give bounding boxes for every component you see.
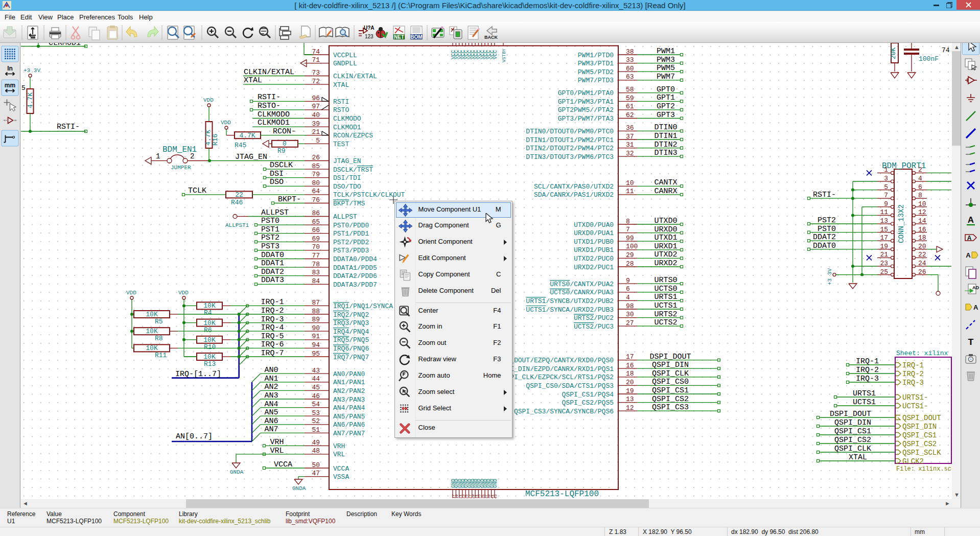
svg-text:91: 91 [312,333,320,340]
svg-text:25: 25 [880,268,888,276]
svg-text:9: 9 [884,200,888,208]
svg-text:IRQ-[1..7]: IRQ-[1..7] [175,370,221,379]
svg-text:AN0/PAN0: AN0/PAN0 [333,370,365,378]
svg-text:2: 2 [918,166,922,174]
svg-text:DSI: DSI [270,170,284,178]
svg-text:PWM1/PTD0: PWM1/PTD0 [578,52,614,59]
svg-text:83: 83 [312,269,320,276]
svg-text:10K: 10K [203,302,216,310]
svg-text:12: 12 [918,208,926,216]
svg-text:IRQ-1: IRQ-1 [856,357,879,366]
svg-text:BACK: BACK [484,35,498,40]
svg-text:VRL: VRL [270,447,284,455]
svg-text:VRH: VRH [270,438,284,447]
svg-text:DSPI_DOUT: DSPI_DOUT [830,410,871,418]
svg-text:AN1/PAN1: AN1/PAN1 [333,379,365,386]
svg-text:RCON/EZPCS: RCON/EZPCS [333,132,373,139]
svg-text:VRL: VRL [333,451,345,458]
svg-text:+3 3V: +3 3V [827,268,833,285]
svg-text:A: A [968,215,974,225]
svg-text:DSPI_DOUT: DSPI_DOUT [649,353,691,361]
svg-text:21: 21 [880,251,888,259]
svg-text:79: 79 [312,171,320,178]
svg-text:XTAL: XTAL [244,76,262,85]
svg-text:QSPI_DIN: QSPI_DIN [834,418,871,427]
svg-text:GPT0: GPT0 [657,85,675,94]
svg-text:PST3: PST3 [261,242,279,251]
svg-text:AN4/PAN4: AN4/PAN4 [333,404,365,412]
svg-text:R11: R11 [155,352,167,359]
svg-text:10K: 10K [203,319,216,327]
svg-text:T: T [968,337,973,348]
svg-text:GPT3/PWM7/PTA3: GPT3/PWM7/PTA3 [558,115,614,123]
svg-text:IRQ-3: IRQ-3 [902,379,924,387]
svg-text:R45: R45 [235,142,246,149]
svg-text:VDD: VDD [203,97,214,103]
svg-text:31: 31 [626,141,634,149]
svg-text:AN4: AN4 [264,400,278,409]
svg-text:1: 1 [884,166,888,174]
svg-text:39: 39 [312,120,320,128]
svg-text:IRQ-3: IRQ-3 [261,315,284,324]
svg-text:ALLPST: ALLPST [333,213,357,221]
svg-text:16: 16 [626,362,634,369]
svg-text:URTS1: URTS1 [654,293,677,301]
svg-text:5: 5 [21,84,26,92]
svg-text:RSTI-: RSTI- [813,191,836,199]
svg-text:UTXD1/PUB0: UTXD1/PUB0 [574,238,614,246]
svg-text:94: 94 [312,341,320,349]
svg-text:PST3/PDD3: PST3/PDD3 [333,247,369,254]
svg-text:PWM1: PWM1 [657,47,675,56]
svg-text:24: 24 [918,260,926,267]
svg-text:47: 47 [312,470,320,477]
svg-text:12: 12 [626,404,634,412]
svg-text:72: 72 [312,78,320,85]
svg-text:TCLK/PSTCLK/CLKOUT: TCLK/PSTCLK/CLKOUT [333,191,405,199]
svg-text:DSCLK/TRST: DSCLK/TRST [333,166,373,174]
svg-text:AN1: AN1 [264,375,278,383]
svg-text:DDAT0: DDAT0 [813,242,836,250]
svg-text:QSPI_CS2: QSPI_CS2 [834,436,871,445]
svg-text:UCTS0: UCTS0 [654,285,677,293]
svg-text:11: 11 [880,208,888,216]
svg-text:GPT2: GPT2 [657,102,675,111]
svg-text:IRQ-1: IRQ-1 [902,361,924,369]
svg-text:TEST: TEST [333,141,349,148]
svg-text:TCLK: TCLK [188,187,206,195]
svg-text:VDD: VDD [221,120,231,126]
svg-text:PWM5/PTD2: PWM5/PTD2 [578,68,614,76]
svg-text:GPT1: GPT1 [657,94,675,102]
svg-text:QSPI_DIN/EZPD/CANRX/RXD1/PQS1: QSPI_DIN/EZPD/CANRX/RXD1/PQS1 [498,365,614,373]
svg-text:IRQ4/PNQ4: IRQ4/PNQ4 [333,328,369,336]
svg-text:GLCK2: GLCK2 [902,457,924,465]
svg-text:43: 43 [494,495,498,499]
svg-text:45: 45 [312,384,320,391]
svg-text:AN5/PAN5: AN5/PAN5 [333,413,365,421]
svg-text:DDATA3/PDD7: DDATA3/PDD7 [333,281,377,289]
svg-text:21: 21 [312,128,320,136]
svg-text:62: 62 [626,111,634,119]
svg-text:23: 23 [880,260,888,267]
svg-text:65: 65 [312,218,320,226]
svg-text:5: 5 [884,183,888,191]
svg-text:7: 7 [884,192,888,199]
svg-text:60: 60 [626,65,634,73]
svg-text:DDAT3: DDAT3 [261,276,284,285]
svg-text:RSTI-: RSTI- [258,93,281,102]
svg-text:AN2: AN2 [264,383,278,391]
svg-text:10K: 10K [146,328,158,335]
svg-text:DDAT1: DDAT1 [261,259,284,268]
svg-text:58: 58 [626,86,634,94]
svg-text:URTS0/CANTX/PUA2: URTS0/CANTX/PUA2 [550,281,614,288]
svg-text:11: 11 [626,188,634,195]
svg-text:URTS0: URTS0 [654,276,677,285]
svg-text:DDAT2: DDAT2 [261,268,284,276]
svg-text:RSTI-: RSTI- [57,123,80,131]
svg-text:DTIN0/DTOUT0/PWM0/PTC0: DTIN0/DTOUT0/PWM0/PTC0 [526,128,614,135]
svg-text:QSPI_CS1: QSPI_CS1 [902,431,937,439]
svg-text:DSCLK: DSCLK [270,161,293,170]
svg-text:URXD1/PUB1: URXD1/PUB1 [574,246,614,254]
svg-text:IRQ7/PNQ7: IRQ7/PNQ7 [333,354,369,361]
svg-text:DDAT2: DDAT2 [813,233,836,242]
svg-text:4: 4 [626,294,630,301]
